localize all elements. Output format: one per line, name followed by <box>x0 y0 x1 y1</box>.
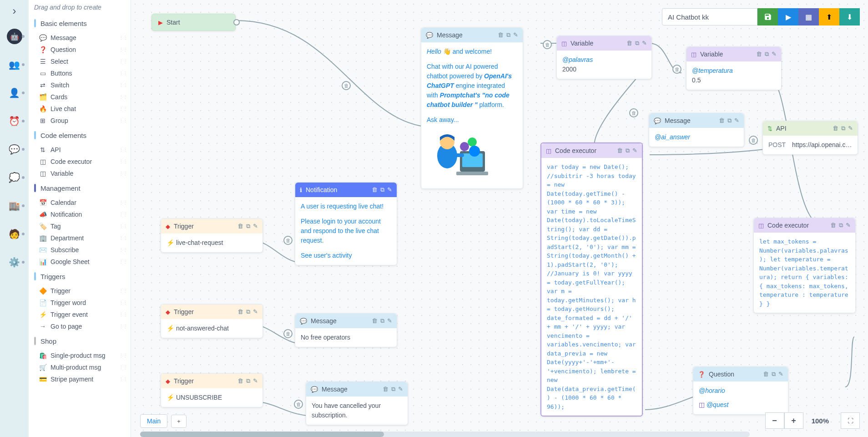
flow-canvas[interactable]: ▶ ▦ ⬆ ⬇ ▶Start ◆Trigger 🗑⧉✎ li <box>131 0 868 437</box>
horizontal-scrollbar[interactable] <box>140 432 750 437</box>
delete-icon[interactable]: 🗑 <box>372 317 378 325</box>
item-multiprod[interactable]: 🛒Multi-product msg⋮⋮ <box>29 361 131 373</box>
tab-main[interactable]: Main <box>140 414 167 428</box>
node-msg-welcome[interactable]: 💬Message 🗑⧉✎ Hello 👋 and welcome! Chat w… <box>421 27 523 189</box>
item-cards[interactable]: 🗂️Cards⋮⋮ <box>29 91 131 103</box>
copy-icon[interactable]: ⧉ <box>380 317 384 325</box>
copy-icon[interactable]: ⧉ <box>246 223 250 230</box>
edit-icon[interactable]: ✎ <box>632 147 637 154</box>
rail-chat-icon[interactable]: 💬 <box>5 140 24 158</box>
copy-icon[interactable]: ⧉ <box>626 147 630 154</box>
node-msg-cancel[interactable]: 💬Message 🗑⧉✎ You have cancelled your sub… <box>306 381 408 425</box>
flow-title-input[interactable] <box>662 8 757 25</box>
save-button[interactable] <box>757 8 778 25</box>
item-livechat[interactable]: 🔥Live chat⋮⋮ <box>29 103 131 115</box>
copy-icon[interactable]: ⧉ <box>380 186 384 193</box>
copy-icon[interactable]: ⧉ <box>727 117 732 124</box>
grid-button[interactable]: ▦ <box>798 8 819 25</box>
node-trigger-livechat[interactable]: ◆Trigger 🗑⧉✎ live-chat-request <box>161 218 263 253</box>
edit-icon[interactable]: ✎ <box>846 222 851 229</box>
play-button[interactable]: ▶ <box>778 8 798 25</box>
delete-icon[interactable]: 🗑 <box>237 377 243 385</box>
port-del-palavras[interactable]: 🗑 <box>543 40 552 49</box>
node-code2[interactable]: ◫Code executor 🗑⧉✎ let max_tokens = Numb… <box>753 218 856 313</box>
copy-icon[interactable]: ⧉ <box>772 371 776 378</box>
item-message[interactable]: 💬Message⋮⋮ <box>29 32 131 44</box>
node-msg-noop[interactable]: 💬Message 🗑⧉✎ No free operators <box>295 313 397 347</box>
fullscreen-button[interactable]: ⛶ <box>841 412 860 429</box>
rail-settings-icon[interactable]: ⚙️ <box>5 253 24 271</box>
port-start-out[interactable] <box>233 19 240 25</box>
download-button[interactable]: ⬇ <box>839 8 860 25</box>
edit-icon[interactable]: ✎ <box>398 386 403 393</box>
copy-icon[interactable]: ⧉ <box>391 386 395 393</box>
item-variable[interactable]: ◫Variable⋮⋮ <box>29 168 131 179</box>
item-codeexec[interactable]: ◫Code executor⋮⋮ <box>29 156 131 168</box>
edit-icon[interactable]: ✎ <box>642 40 647 47</box>
copy-icon[interactable]: ⧉ <box>635 40 639 47</box>
item-buttons[interactable]: ▭Buttons⋮⋮ <box>29 67 131 79</box>
delete-icon[interactable]: 🗑 <box>626 40 632 47</box>
node-start[interactable]: ▶Start <box>151 14 236 31</box>
port-del-temp[interactable]: 🗑 <box>672 65 681 74</box>
item-singleprod[interactable]: 🛍️Single-product msg⋮⋮ <box>29 350 131 361</box>
edit-icon[interactable]: ✎ <box>772 51 777 58</box>
section-mgmt[interactable]: Management <box>29 179 131 197</box>
item-group[interactable]: ⊞Group⋮⋮ <box>29 115 131 127</box>
item-gsheet[interactable]: 📊Google Sheet⋮⋮ <box>29 256 131 268</box>
section-basic[interactable]: Basic elements <box>29 15 131 32</box>
rail-chat2-icon[interactable]: 💭 <box>5 168 24 187</box>
rail-logo[interactable]: 🤖 <box>5 27 24 46</box>
copy-icon[interactable]: ⧉ <box>506 31 510 39</box>
port-del-cancel[interactable]: 🗑 <box>294 400 303 409</box>
delete-icon[interactable]: 🗑 <box>833 125 838 132</box>
item-switch[interactable]: ⇄Switch⋮⋮ <box>29 79 131 91</box>
copy-icon[interactable]: ⧉ <box>839 222 843 229</box>
edit-icon[interactable]: ✎ <box>387 186 392 193</box>
port-del-api[interactable]: 🗑 <box>749 136 758 145</box>
edit-icon[interactable]: ✎ <box>387 317 392 325</box>
rail-team-icon[interactable]: 👤 <box>5 84 24 102</box>
edit-icon[interactable]: ✎ <box>778 371 783 378</box>
node-notification[interactable]: ℹNotification 🗑⧉✎ A user is requesting l… <box>295 182 397 265</box>
item-calendar[interactable]: 📅Calendar⋮⋮ <box>29 197 131 208</box>
node-var-palavras[interactable]: ◫Variable 🗑⧉✎ @palavras 2000 <box>556 36 652 79</box>
item-select[interactable]: ☰Select⋮⋮ <box>29 56 131 67</box>
item-trigger[interactable]: 🔶Trigger⋮⋮ <box>29 285 131 297</box>
notif-link[interactable]: See user's activity <box>301 251 391 260</box>
zoom-out-button[interactable]: − <box>765 412 784 429</box>
item-tag[interactable]: 🏷️Tag⋮⋮ <box>29 220 131 232</box>
collapse-toggle[interactable]: › <box>13 5 16 17</box>
rail-agent-icon[interactable]: 🧑 <box>5 225 24 243</box>
section-triggers[interactable]: Triggers <box>29 268 131 285</box>
add-tab-button[interactable]: + <box>171 415 187 428</box>
section-shop[interactable]: Shop <box>29 332 131 350</box>
rail-users-icon[interactable]: 👥 <box>5 56 24 74</box>
port-del-code1[interactable]: 🗑 <box>629 108 638 117</box>
delete-icon[interactable]: 🗑 <box>830 222 836 229</box>
item-subscribe[interactable]: ✉️Subscribe⋮⋮ <box>29 244 131 256</box>
port-del-noop[interactable]: 🗑 <box>283 329 293 338</box>
item-notification[interactable]: 📣Notification⋮⋮ <box>29 208 131 220</box>
node-var-temp[interactable]: ◫Variable 🗑⧉✎ @temperatura 0.5 <box>686 46 782 90</box>
copy-icon[interactable]: ⧉ <box>765 51 769 58</box>
delete-icon[interactable]: 🗑 <box>756 51 762 58</box>
zoom-in-button[interactable]: + <box>784 412 803 429</box>
edit-icon[interactable]: ✎ <box>253 377 258 385</box>
node-question[interactable]: ❓Question 🗑⧉✎ @horario @quest <box>693 366 788 415</box>
port-del-welcome[interactable]: 🗑 <box>342 81 351 90</box>
edit-icon[interactable]: ✎ <box>513 31 518 39</box>
item-gotopage[interactable]: →Go to page⋮⋮ <box>29 320 131 332</box>
delete-icon[interactable]: 🗑 <box>763 371 769 378</box>
edit-icon[interactable]: ✎ <box>253 308 258 315</box>
edit-icon[interactable]: ✎ <box>253 223 258 230</box>
edit-icon[interactable]: ✎ <box>848 125 853 132</box>
node-trigger-unsub[interactable]: ◆Trigger 🗑⧉✎ UNSUBSCRIBE <box>161 373 263 407</box>
rail-clock-icon[interactable]: ⏰ <box>5 112 24 130</box>
delete-icon[interactable]: 🗑 <box>383 386 389 393</box>
copy-icon[interactable]: ⧉ <box>246 308 250 315</box>
rail-shop-icon[interactable]: 🏬 <box>5 197 24 215</box>
item-stripe[interactable]: 💳Stripe payment⋮⋮ <box>29 373 131 385</box>
delete-icon[interactable]: 🗑 <box>617 147 623 154</box>
delete-icon[interactable]: 🗑 <box>498 31 504 39</box>
